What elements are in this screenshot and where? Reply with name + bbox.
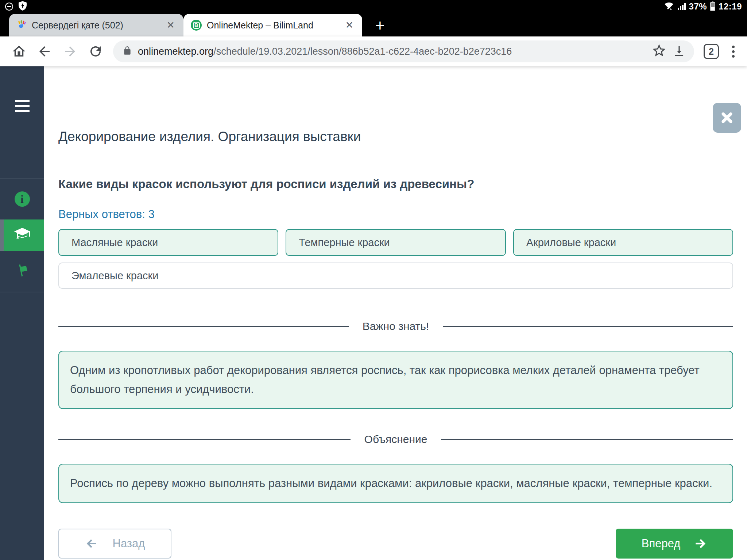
important-note: Одним из кропотливых работ декорирования…: [58, 351, 733, 409]
sidebar-item-lesson[interactable]: [0, 219, 44, 251]
home-button[interactable]: [11, 43, 27, 59]
answer-option-unselected[interactable]: Эмалевые краски: [58, 262, 733, 289]
answer-label: Эмалевые краски: [71, 270, 158, 282]
answer-option-selected[interactable]: Акриловые краски: [513, 229, 733, 256]
back-label: Назад: [113, 537, 145, 550]
tab-server-error[interactable]: Сервердегі қате (502) ✕: [9, 14, 183, 36]
tab-onlinemektep[interactable]: B OnlineMektep – BilimLand ✕: [183, 14, 362, 36]
graduation-cap-icon: [13, 226, 31, 245]
close-icon: [723, 114, 731, 122]
download-icon[interactable]: [672, 44, 686, 59]
tab-switcher-button[interactable]: 2: [704, 44, 719, 59]
bookmark-star-icon[interactable]: [652, 43, 666, 59]
forward-button[interactable]: [62, 43, 78, 59]
explanation-divider: Объяснение: [58, 433, 733, 446]
lesson-content: Декорирование изделия. Организация выста…: [44, 66, 747, 560]
sidebar-item-flag[interactable]: [0, 251, 44, 292]
clock: 12:19: [719, 1, 742, 12]
wifi-icon: [663, 1, 674, 12]
answer-label: Акриловые краски: [526, 237, 616, 249]
back-button[interactable]: [36, 43, 53, 59]
adblock-shield-icon: [18, 1, 27, 12]
sidebar-nav: i: [0, 178, 44, 292]
cell-signal-icon: [678, 3, 686, 10]
flag-icon: [14, 262, 30, 280]
menu-icon[interactable]: [15, 100, 30, 112]
question-text: Какие виды красок используют для росписи…: [58, 177, 733, 191]
lock-icon: [123, 45, 132, 58]
new-tab-button[interactable]: +: [375, 18, 385, 34]
sidebar-item-info[interactable]: i: [0, 179, 44, 219]
tab-title: OnlineMektep – BilimLand: [207, 20, 338, 31]
bilimland-hand-favicon: [16, 19, 27, 31]
answer-option-selected[interactable]: Масляные краски: [58, 229, 278, 256]
browser-toolbar: onlinemektep.org/schedule/19.03.2021/les…: [0, 36, 747, 66]
browser-menu-button[interactable]: [728, 46, 738, 58]
screen: 37% 12:19 Сервердегі қате (502) ✕ B Onli…: [0, 0, 747, 560]
important-heading: Важно знать!: [363, 320, 429, 332]
important-divider: Важно знать!: [58, 320, 733, 332]
arrow-right-icon: [693, 537, 707, 551]
info-icon: i: [15, 191, 30, 207]
onlinemektep-favicon: B: [191, 20, 202, 31]
explanation-heading: Объяснение: [364, 433, 427, 446]
do-not-disturb-icon: [5, 3, 13, 11]
battery-percent: 37%: [689, 1, 707, 12]
battery-icon: [710, 2, 715, 11]
lesson-footer: Назад Вперед: [58, 529, 733, 559]
next-label: Вперед: [642, 537, 681, 550]
close-lesson-button[interactable]: [713, 103, 741, 133]
answer-label: Темперные краски: [299, 237, 390, 249]
tab-strip: Сервердегі қате (502) ✕ B OnlineMektep –…: [0, 13, 747, 36]
next-button-lesson[interactable]: Вперед: [616, 529, 733, 559]
status-bar: 37% 12:19: [0, 0, 747, 13]
explanation-note: Роспись по дереву можно выполнять разным…: [58, 464, 733, 503]
lesson-title: Декорирование изделия. Организация выста…: [58, 129, 733, 144]
answer-options: Масляные краски Темперные краски Акрилов…: [58, 229, 733, 256]
answer-option-selected[interactable]: Темперные краски: [286, 229, 506, 256]
tab-title: Сервердегі қате (502): [32, 20, 159, 31]
sidebar: i: [0, 66, 44, 560]
url-bar[interactable]: onlinemektep.org/schedule/19.03.2021/les…: [113, 40, 694, 62]
reload-button[interactable]: [88, 43, 104, 59]
correct-answers-count: Верных ответов: 3: [58, 208, 733, 221]
back-button-lesson[interactable]: Назад: [58, 529, 171, 559]
url-text: onlinemektep.org/schedule/19.03.2021/les…: [138, 46, 646, 57]
scroll-indicator: [0, 219, 4, 251]
tab-close-icon[interactable]: ✕: [164, 19, 177, 32]
answer-label: Масляные краски: [71, 237, 158, 249]
tab-close-icon[interactable]: ✕: [343, 19, 356, 32]
page: i Декорирование изделия. О: [0, 66, 747, 560]
arrow-left-icon: [85, 537, 98, 550]
